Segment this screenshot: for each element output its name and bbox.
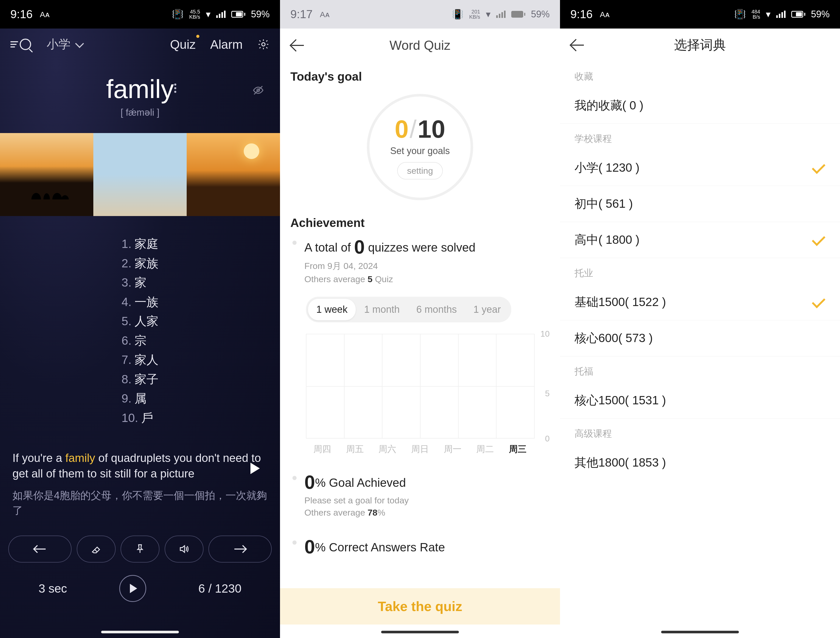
text-size-icon: Aᴀ [40, 10, 50, 19]
xtick: 周三 [509, 443, 527, 455]
example-sentence: If you're a family of quadruplets you do… [13, 450, 268, 518]
top-bar: 小学 Quiz Alarm [0, 28, 280, 63]
level-dropdown[interactable]: 小学 [47, 36, 82, 52]
ytick: 5 [545, 389, 549, 398]
row-label: 核心1500( 1531 ) [575, 393, 666, 408]
net-rate: 484B/s [752, 9, 760, 19]
bullet-icon [292, 476, 297, 480]
achievement-goal-pct: 0% Goal Achieved Please set a goal for t… [291, 471, 549, 518]
clock: 9:16 [10, 8, 33, 21]
row-label: 小学( 1230 ) [575, 160, 639, 176]
timer-row: 3 sec 6 / 1230 [0, 562, 280, 602]
prev-button[interactable] [8, 535, 71, 562]
example-en: If you're a family of quadruplets you do… [13, 450, 268, 481]
audio-button[interactable] [165, 535, 204, 562]
dictionary-row[interactable]: 核心1500( 1531 ) [560, 383, 840, 419]
play-sentence-button[interactable] [251, 463, 260, 474]
vibrate-icon: 📳 [452, 9, 464, 20]
dictionary-row[interactable]: 高中( 1800 ) [560, 222, 840, 258]
dictionary-row[interactable]: 核心600( 573 ) [560, 320, 840, 356]
back-button[interactable] [570, 39, 583, 51]
achievement-correct-pct: 0% Correct Answers Rate [291, 536, 549, 558]
word-more-button[interactable] [174, 84, 176, 93]
bullet-icon [292, 241, 297, 245]
quiz-button[interactable]: Quiz [170, 37, 196, 52]
net-rate: 201KB/s [469, 9, 480, 19]
wordlist-search-button[interactable] [10, 39, 31, 50]
dictionary-row[interactable]: 我的收藏( 0 ) [560, 88, 840, 124]
next-button[interactable] [208, 535, 272, 562]
back-button[interactable] [291, 39, 303, 52]
dictionary-row[interactable]: 其他1800( 1853 ) [560, 445, 840, 481]
hide-toggle[interactable] [252, 84, 264, 97]
word-header: family [ fǽməli ] [0, 74, 280, 118]
text-size-icon: Aᴀ [320, 10, 330, 19]
xtick: 周二 [476, 443, 494, 455]
row-label: 其他1800( 1853 ) [575, 454, 666, 471]
list-icon [10, 41, 18, 47]
eye-off-icon [252, 84, 264, 97]
alarm-button[interactable]: Alarm [210, 37, 243, 52]
level-label: 小学 [47, 36, 71, 52]
pronunciation: [ fǽməli ] [0, 107, 280, 118]
notification-dot-icon [196, 35, 199, 38]
goal-count: 0/10 [395, 115, 445, 143]
image-thumb[interactable] [187, 133, 280, 216]
row-label: 高中( 1800 ) [575, 232, 639, 248]
definitions-list: 1.家庭2.家族3.家4.一族5.人家6.宗7.家人8.家子9.属10.戶 [122, 234, 158, 427]
goal-ring: 0/10 Set your goals setting [367, 94, 473, 200]
ytick: 10 [540, 329, 549, 339]
row-label: 核心600( 573 ) [575, 330, 653, 346]
dictionary-row[interactable]: 初中( 561 ) [560, 186, 840, 222]
battery-pct: 59% [251, 9, 270, 20]
range-tab[interactable]: 1 month [356, 299, 408, 320]
progress-counter[interactable]: 6 / 1230 [198, 581, 242, 595]
ytick: 0 [545, 434, 549, 443]
dictionary-row[interactable]: 基础1500( 1522 ) [560, 284, 840, 320]
settings-button[interactable] [257, 38, 270, 51]
controls-row [0, 518, 280, 562]
panel-select-dictionary: 9:16 Aᴀ 📳 484B/s ▾ 59% 选择词典 收藏我的收藏( 0 )学… [560, 0, 840, 638]
definition-row: 2.家族 [122, 254, 158, 273]
image-thumb[interactable] [93, 133, 187, 216]
battery-pct: 59% [811, 9, 830, 20]
page-header: 选择词典 [560, 28, 840, 62]
word: family [106, 74, 174, 104]
range-tabs: 1 week1 month6 months1 year [306, 297, 511, 322]
battery-pct: 59% [531, 9, 549, 20]
text-size-icon: Aᴀ [600, 10, 610, 19]
wifi-icon: ▾ [206, 9, 210, 20]
arrow-right-icon [234, 543, 246, 555]
image-thumb[interactable] [0, 133, 93, 216]
range-tab[interactable]: 6 months [408, 299, 465, 320]
definition-row: 7.家人 [122, 350, 158, 370]
image-strip[interactable] [0, 133, 280, 216]
dictionary-row[interactable]: 小学( 1230 ) [560, 150, 840, 186]
goal-setting-button[interactable]: setting [397, 162, 443, 179]
quiz-history-chart: 10 5 0 周四周五周六周日周一周二周三 [306, 334, 549, 453]
xtick: 周六 [379, 443, 396, 455]
svg-point-0 [262, 43, 265, 46]
range-tab[interactable]: 1 week [308, 299, 356, 320]
check-icon [811, 235, 826, 245]
section-goal-heading: Today's goal [291, 70, 549, 84]
section-header: 托业 [560, 258, 840, 284]
nav-home-indicator [101, 631, 179, 633]
example-zh: 如果你是4胞胎的父母，你不需要一個一個拍，一次就夠了 [13, 488, 268, 518]
status-bar: 9:17 Aᴀ 📳 201KB/s ▾ 59% [280, 0, 560, 28]
interval-label[interactable]: 3 sec [39, 581, 67, 595]
eraser-icon [90, 543, 102, 555]
vibrate-icon: 📳 [172, 9, 183, 20]
panel-word-quiz: 9:17 Aᴀ 📳 201KB/s ▾ 59% Word Quiz Today'… [280, 0, 560, 638]
nav-home-indicator [381, 631, 459, 633]
row-label: 初中( 561 ) [575, 196, 633, 212]
signal-icon [216, 11, 226, 18]
pin-button[interactable] [120, 535, 159, 562]
range-tab[interactable]: 1 year [465, 299, 509, 320]
erase-button[interactable] [77, 535, 115, 562]
check-icon [811, 297, 826, 307]
autoplay-button[interactable] [119, 575, 146, 602]
section-header: 高级课程 [560, 419, 840, 445]
take-quiz-button[interactable]: Take the quiz [280, 588, 560, 625]
section-achievement-heading: Achievement [291, 216, 549, 230]
